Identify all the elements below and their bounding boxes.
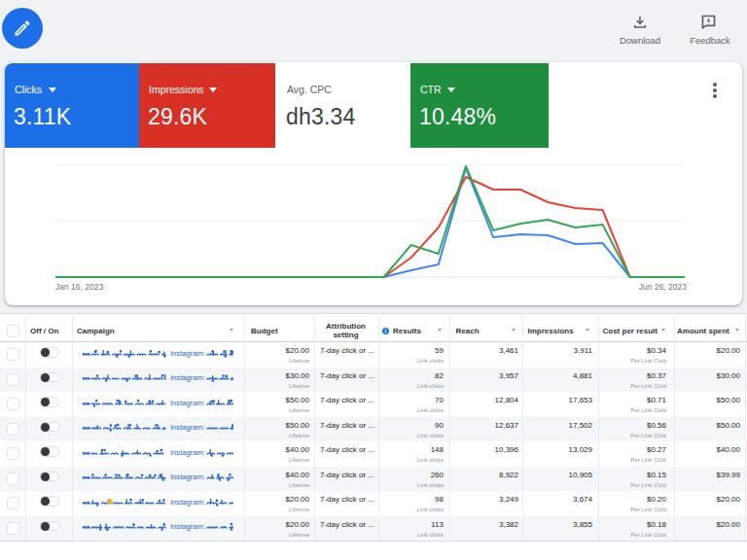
- svg-text:Instagram:: Instagram:: [170, 349, 205, 358]
- svg-text:Instagram:: Instagram:: [170, 498, 205, 507]
- svg-text:Instagram:: Instagram:: [170, 423, 205, 432]
- svg-text:Instagram:: Instagram:: [170, 522, 205, 531]
- svg-text:Instagram:: Instagram:: [170, 373, 205, 382]
- svg-text:Instagram:: Instagram:: [170, 472, 205, 481]
- svg-text:Instagram:: Instagram:: [170, 399, 205, 407]
- svg-text:Instagram:: Instagram:: [170, 448, 205, 457]
